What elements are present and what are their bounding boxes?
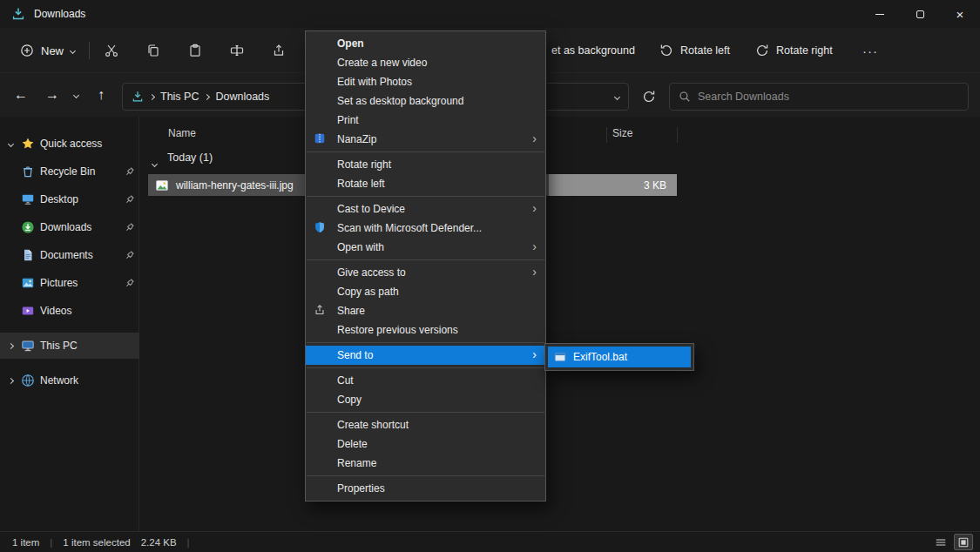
menu-item-restore-previous-versions[interactable]: Restore previous versions xyxy=(306,320,545,340)
minimize-icon xyxy=(875,14,884,15)
sidebar-item-label: Desktop xyxy=(40,193,120,205)
menu-separator xyxy=(307,367,544,368)
menu-separator xyxy=(307,259,544,260)
chevron-right-icon[interactable] xyxy=(0,379,21,383)
menu-item-label: Rotate right xyxy=(337,158,391,171)
item-count: 1 item xyxy=(12,537,39,548)
paste-button[interactable] xyxy=(179,37,211,64)
details-view-icon xyxy=(935,536,947,549)
breadcrumb-downloads[interactable]: Downloads xyxy=(215,91,269,103)
group-header-today[interactable]: Today (1) xyxy=(167,151,213,164)
breadcrumb-this-pc[interactable]: This PC xyxy=(160,91,199,103)
pin-icon xyxy=(120,194,139,205)
sidebar-item-recycle-bin[interactable]: Recycle Bin xyxy=(0,158,139,185)
copy-button[interactable] xyxy=(138,37,169,64)
more-options-button[interactable]: ··· xyxy=(855,37,885,64)
window-controls: × xyxy=(860,0,980,28)
column-divider[interactable] xyxy=(606,127,607,143)
menu-item-edit-with-photos[interactable]: Edit with Photos xyxy=(306,72,545,91)
menu-item-cast-to-device[interactable]: Cast to Device › xyxy=(306,199,545,219)
menu-item-open[interactable]: Open xyxy=(306,34,545,53)
selection-count: 1 item selected xyxy=(63,537,130,548)
menu-item-rotate-left[interactable]: Rotate left xyxy=(306,174,545,193)
rotate-right-button[interactable]: Rotate right xyxy=(747,37,841,64)
scissors-icon xyxy=(105,44,118,57)
thumbnail-view-button[interactable] xyxy=(954,534,973,550)
column-header-name[interactable]: Name xyxy=(168,127,196,139)
menu-separator xyxy=(307,196,544,197)
forward-button[interactable]: → xyxy=(38,81,66,109)
minimize-button[interactable] xyxy=(860,0,900,28)
new-button[interactable]: New xyxy=(10,37,84,64)
new-button-label: New xyxy=(41,44,64,57)
rotate-left-button[interactable]: Rotate left xyxy=(652,37,738,64)
menu-item-set-desktop-background[interactable]: Set as desktop background xyxy=(306,91,545,111)
sidebar-item-label: Quick access xyxy=(40,138,139,150)
menu-item-defender-scan[interactable]: Scan with Microsoft Defender... xyxy=(306,219,545,238)
search-box xyxy=(669,83,969,111)
menu-item-cut[interactable]: Cut xyxy=(306,371,545,390)
menu-item-rotate-right[interactable]: Rotate right xyxy=(306,155,545,174)
thumbnail-view-icon xyxy=(957,536,970,549)
sidebar-item-label: Videos xyxy=(40,305,139,317)
sidebar-item-pictures[interactable]: Pictures xyxy=(0,270,139,296)
search-input[interactable] xyxy=(698,91,959,103)
refresh-button[interactable] xyxy=(634,83,664,111)
pin-icon xyxy=(120,166,139,177)
menu-item-copy[interactable]: Copy xyxy=(306,390,545,409)
menu-item-share[interactable]: Share xyxy=(306,301,545,320)
menu-item-label: Open with xyxy=(337,241,384,253)
submenu-item-exiftool[interactable]: ExifTool.bat xyxy=(548,347,691,367)
menu-item-nanazip[interactable]: NanaZip › xyxy=(306,130,545,149)
column-header-size[interactable]: Size xyxy=(612,127,632,139)
file-size-cell: 3 KB xyxy=(549,174,677,196)
sidebar-item-this-pc[interactable]: This PC xyxy=(0,333,139,359)
group-collapse-chevron[interactable] xyxy=(152,157,157,169)
menu-item-send-to[interactable]: Send to › xyxy=(306,346,545,365)
videos-icon xyxy=(21,304,40,318)
up-button[interactable]: ↑ xyxy=(87,81,115,109)
address-dropdown-chevron[interactable] xyxy=(614,93,620,99)
submenu-arrow-icon: › xyxy=(532,130,537,149)
menu-item-properties[interactable]: Properties xyxy=(306,479,545,498)
sidebar-item-label: Downloads xyxy=(40,221,120,233)
details-view-button[interactable] xyxy=(931,534,950,550)
recent-locations-chevron[interactable] xyxy=(66,81,85,109)
chevron-down-icon[interactable] xyxy=(0,142,21,146)
maximize-button[interactable] xyxy=(900,0,940,28)
sidebar-item-downloads[interactable]: Downloads xyxy=(0,214,139,240)
menu-item-rename[interactable]: Rename xyxy=(306,454,545,473)
menu-item-create-new-video[interactable]: Create a new video xyxy=(306,53,545,72)
breadcrumb-chevron-icon xyxy=(149,93,155,99)
menu-item-delete[interactable]: Delete xyxy=(306,434,545,454)
menu-separator xyxy=(307,151,544,152)
column-divider[interactable] xyxy=(677,127,678,143)
menu-item-copy-as-path[interactable]: Copy as path xyxy=(306,282,545,301)
menu-separator xyxy=(307,475,544,476)
toolbar-divider xyxy=(89,42,90,59)
menu-item-label: Print xyxy=(337,114,359,126)
sidebar: Quick access Recycle Bin Desktop Downloa… xyxy=(0,117,139,531)
chevron-right-icon[interactable] xyxy=(0,344,21,348)
sidebar-quick-access[interactable]: Quick access xyxy=(0,131,139,157)
menu-item-print[interactable]: Print xyxy=(306,111,545,130)
menu-item-create-shortcut[interactable]: Create shortcut xyxy=(306,415,545,434)
cut-button[interactable] xyxy=(96,37,127,64)
sidebar-item-desktop[interactable]: Desktop xyxy=(0,186,139,212)
set-as-background-button[interactable]: et as background xyxy=(544,37,643,64)
sidebar-item-network[interactable]: Network xyxy=(0,367,139,394)
sidebar-item-documents[interactable]: Documents xyxy=(0,242,139,268)
share-button[interactable] xyxy=(263,37,294,64)
status-bar: 1 item | 1 item selected 2.24 KB | xyxy=(0,531,980,552)
sidebar-item-videos[interactable]: Videos xyxy=(0,298,139,324)
sidebar-item-label: Pictures xyxy=(40,277,120,289)
maximize-icon xyxy=(916,10,924,18)
menu-separator xyxy=(307,342,544,343)
menu-item-give-access-to[interactable]: Give access to › xyxy=(306,263,545,282)
menu-item-open-with[interactable]: Open with › xyxy=(306,238,545,257)
rename-button[interactable] xyxy=(221,37,253,64)
menu-item-label: Properties xyxy=(337,482,385,495)
close-button[interactable]: × xyxy=(940,0,980,28)
network-icon xyxy=(21,374,40,387)
back-button[interactable]: ← xyxy=(7,81,35,109)
